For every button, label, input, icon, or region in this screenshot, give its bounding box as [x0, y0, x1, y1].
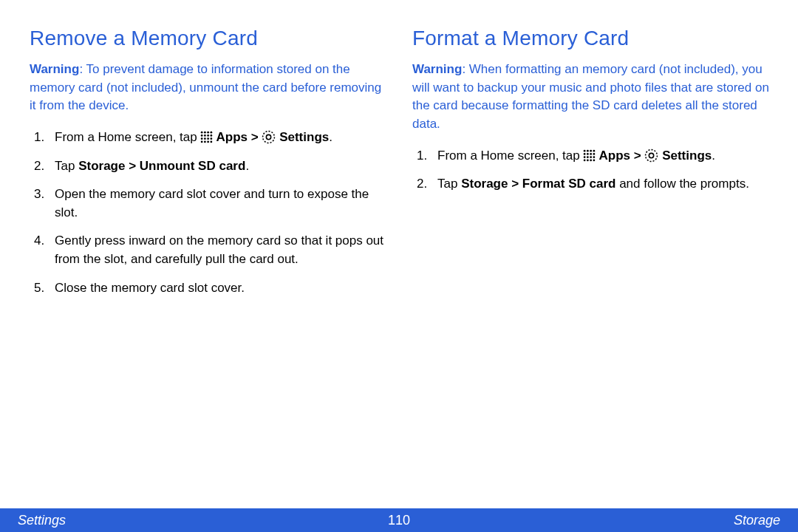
right-column: Format a Memory Card Warning: When forma…	[412, 27, 771, 508]
svg-point-17	[267, 134, 271, 139]
step-2: Tap Storage > Unmount SD card.	[30, 157, 389, 176]
section-heading-format: Format a Memory Card	[412, 27, 771, 50]
footer-left: Settings	[18, 513, 66, 528]
svg-point-2	[208, 132, 210, 134]
apps-label: Apps >	[596, 149, 644, 163]
svg-point-4	[201, 134, 203, 137]
svg-point-5	[204, 134, 206, 137]
svg-point-19	[587, 149, 589, 151]
step-end: .	[329, 130, 332, 144]
warning-remove: Warning: To prevent damage to informatio…	[30, 61, 389, 115]
svg-point-10	[208, 137, 210, 140]
svg-point-24	[590, 153, 593, 155]
svg-point-28	[590, 156, 593, 158]
settings-label: Settings	[276, 130, 329, 144]
svg-point-22	[584, 153, 586, 155]
step-text: From a Home screen, tap	[55, 130, 200, 144]
svg-point-34	[646, 149, 658, 161]
step-1: From a Home screen, tap Apps > Settings.	[412, 147, 771, 166]
svg-point-7	[211, 134, 213, 137]
svg-point-23	[587, 153, 589, 155]
left-column: Remove a Memory Card Warning: To prevent…	[30, 27, 389, 508]
warning-label: Warning	[412, 62, 462, 76]
svg-point-30	[584, 159, 586, 161]
svg-point-20	[590, 149, 593, 151]
svg-point-9	[204, 137, 206, 140]
svg-point-12	[201, 140, 203, 143]
steps-remove: From a Home screen, tap Apps > Settings.…	[30, 129, 389, 297]
svg-point-31	[587, 159, 589, 161]
step-5: Close the memory card slot cover.	[30, 279, 389, 298]
apps-label: Apps >	[213, 130, 262, 144]
svg-point-25	[593, 153, 596, 155]
settings-gear-icon	[262, 130, 276, 144]
step-text: Tap	[437, 177, 461, 191]
svg-point-29	[593, 156, 596, 158]
svg-point-0	[201, 132, 203, 134]
svg-point-16	[263, 132, 275, 143]
apps-grid-icon	[583, 149, 596, 162]
svg-point-15	[211, 140, 213, 143]
step-end: .	[245, 159, 249, 173]
warning-label: Warning	[30, 62, 79, 76]
svg-point-27	[587, 156, 589, 158]
svg-point-14	[208, 140, 210, 143]
content-area: Remove a Memory Card Warning: To prevent…	[0, 0, 798, 508]
warning-format: Warning: When formatting an memory card …	[412, 61, 771, 134]
page-footer: Settings 110 Storage	[0, 508, 798, 532]
warning-text: : To prevent damage to information store…	[30, 62, 381, 112]
svg-point-21	[593, 149, 596, 151]
step-3: Open the memory card slot cover and turn…	[30, 185, 389, 222]
step-post: and follow the prompts.	[615, 177, 748, 191]
svg-point-6	[208, 134, 210, 137]
footer-page-number: 110	[388, 513, 410, 528]
apps-grid-icon	[200, 131, 213, 143]
svg-point-35	[649, 153, 654, 157]
svg-point-33	[593, 159, 596, 161]
svg-point-13	[204, 140, 206, 143]
manual-page: Remove a Memory Card Warning: To prevent…	[0, 0, 798, 532]
settings-label: Settings	[658, 149, 712, 163]
step-end: .	[712, 149, 715, 163]
settings-gear-icon	[644, 149, 658, 163]
svg-point-3	[211, 132, 213, 134]
svg-point-26	[584, 156, 586, 158]
step-text: From a Home screen, tap	[437, 149, 583, 163]
step-1: From a Home screen, tap Apps > Settings.	[30, 129, 389, 147]
section-heading-remove: Remove a Memory Card	[30, 27, 389, 50]
footer-right: Storage	[734, 513, 780, 528]
step-bold: Storage > Format SD card	[461, 177, 615, 191]
svg-point-18	[584, 149, 586, 151]
step-bold: Storage > Unmount SD card	[78, 159, 245, 173]
svg-point-1	[204, 132, 206, 134]
steps-format: From a Home screen, tap Apps > Settings.…	[412, 147, 771, 194]
step-4: Gently press inward on the memory card s…	[30, 232, 389, 268]
warning-text: : When formatting an memory card (not in…	[412, 62, 769, 131]
svg-point-32	[590, 159, 593, 161]
step-2: Tap Storage > Format SD card and follow …	[412, 175, 771, 194]
step-text: Tap	[55, 159, 78, 173]
svg-point-8	[201, 137, 203, 140]
svg-point-11	[211, 137, 213, 140]
